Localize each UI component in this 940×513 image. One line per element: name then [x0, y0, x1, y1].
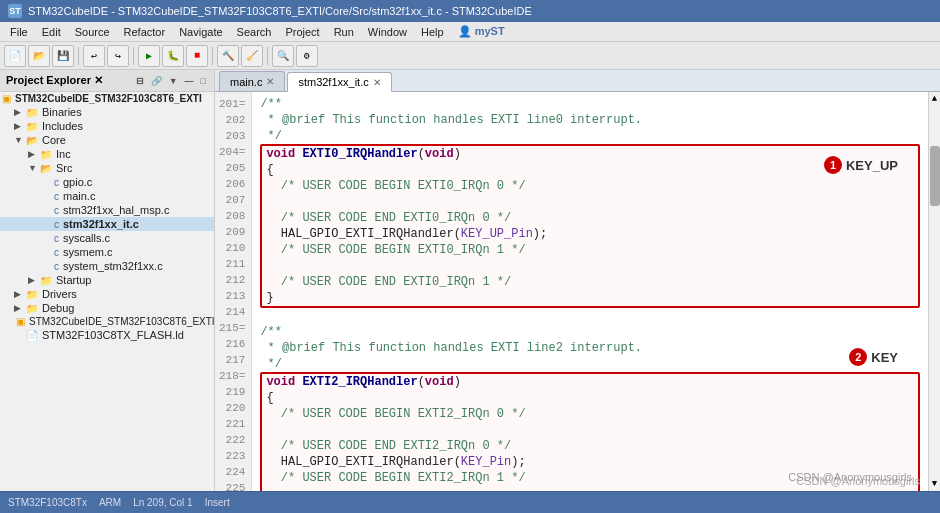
tree-gpio[interactable]: c gpio.c [0, 175, 214, 189]
menu-bar: File Edit Source Refactor Navigate Searc… [0, 22, 940, 42]
menu-help[interactable]: Help [415, 25, 450, 39]
tree-main[interactable]: c main.c [0, 189, 214, 203]
ln-217: 217 [215, 352, 251, 368]
toolbar: 📄 📂 💾 ↩ ↪ ▶ 🐛 ■ 🔨 🧹 🔍 ⚙ [0, 42, 940, 70]
ld-label: STM32F103C8TX_FLASH.ld [42, 329, 184, 341]
ln-208: 208 [215, 208, 251, 224]
sidebar-minimize[interactable]: — [183, 75, 196, 87]
code-line-201: /** [260, 96, 920, 112]
toolbar-undo[interactable]: ↩ [83, 45, 105, 67]
ann2-circle: 2 [849, 348, 867, 366]
project-explorer: Project Explorer ✕ ⊟ 🔗 ▼ — □ ▣ STM32Cube… [0, 70, 215, 491]
includes-arrow: ▶ [14, 121, 24, 131]
tree-root[interactable]: ▣ STM32CubeIDE_STM32F103C8T6_EXTI [0, 92, 214, 105]
menu-project[interactable]: Project [279, 25, 325, 39]
menu-refactor[interactable]: Refactor [118, 25, 172, 39]
project-icon: ▣ [2, 93, 11, 104]
tree-debug[interactable]: ▶ 📁 Debug [0, 301, 214, 315]
toolbar-open[interactable]: 📂 [28, 45, 50, 67]
ld-icon: 📄 [26, 330, 38, 341]
code-content[interactable]: /** * @brief This function handles EXTI … [252, 92, 928, 491]
ln-201: 201= [215, 96, 251, 112]
menu-source[interactable]: Source [69, 25, 116, 39]
tree-sysmem[interactable]: c sysmem.c [0, 245, 214, 259]
sidebar-collapse-all[interactable]: ⊟ [134, 75, 146, 87]
toolbar-sep4 [267, 47, 268, 65]
menu-window[interactable]: Window [362, 25, 413, 39]
sidebar-toolbar: ⊟ 🔗 ▼ — □ [134, 75, 208, 87]
code-line-216: * @brief This function handles EXTI line… [260, 340, 920, 356]
tab-it-c-close[interactable]: ✕ [373, 77, 381, 88]
tab-main-c-close[interactable]: ✕ [266, 76, 274, 87]
code-line-214 [260, 308, 920, 324]
ln-216: 216 [215, 336, 251, 352]
scroll-thumb[interactable] [930, 146, 940, 206]
includes-icon: 📁 [26, 121, 38, 132]
code-line-209: HAL_GPIO_EXTI_IRQHandler(KEY_UP_Pin); [266, 226, 914, 242]
ln-210: 210 [215, 240, 251, 256]
toolbar-stop[interactable]: ■ [186, 45, 208, 67]
toolbar-debug[interactable]: 🐛 [162, 45, 184, 67]
ln-203: 203 [215, 128, 251, 144]
toolbar-run[interactable]: ▶ [138, 45, 160, 67]
toolbar-save[interactable]: 💾 [52, 45, 74, 67]
ln-213: 213 [215, 288, 251, 304]
core-icon: 📂 [26, 135, 38, 146]
ln-219: 219 [215, 384, 251, 400]
scrollbar[interactable]: ▲ ▼ [928, 92, 940, 491]
ln-215: 215= [215, 320, 251, 336]
msp-label: stm32f1xx_hal_msp.c [63, 204, 169, 216]
ln-221: 221 [215, 416, 251, 432]
ln-220: 220 [215, 400, 251, 416]
toolbar-build[interactable]: 🔨 [217, 45, 239, 67]
tree-drivers[interactable]: ▶ 📁 Drivers [0, 287, 214, 301]
toolbar-sep3 [212, 47, 213, 65]
tree-core[interactable]: ▼ 📂 Core [0, 133, 214, 147]
toolbar-redo[interactable]: ↪ [107, 45, 129, 67]
tab-main-c[interactable]: main.c ✕ [219, 71, 285, 91]
editor-area: main.c ✕ stm32f1xx_it.c ✕ 201= 202 203 2… [215, 70, 940, 491]
it-label: stm32f1xx_it.c [63, 218, 139, 230]
menu-run[interactable]: Run [328, 25, 360, 39]
code-line-211 [266, 258, 914, 274]
ln-202: 202 [215, 112, 251, 128]
toolbar-search[interactable]: 🔍 [272, 45, 294, 67]
toolbar-new[interactable]: 📄 [4, 45, 26, 67]
code-line-208: /* USER CODE END EXTI0_IRQn 0 */ [266, 210, 914, 226]
tree-inc[interactable]: ▶ 📁 Inc [0, 147, 214, 161]
sysmem-label: sysmem.c [63, 246, 113, 258]
tree-includes[interactable]: ▶ 📁 Includes [0, 119, 214, 133]
menu-edit[interactable]: Edit [36, 25, 67, 39]
sidebar-maximize[interactable]: □ [199, 75, 208, 87]
toolbar-clean[interactable]: 🧹 [241, 45, 263, 67]
menu-navigate[interactable]: Navigate [173, 25, 228, 39]
menu-myst[interactable]: 👤 myST [452, 24, 511, 39]
syscalls-label: syscalls.c [63, 232, 110, 244]
tree-ld[interactable]: 📄 STM32F103C8TX_FLASH.ld [0, 328, 214, 342]
tree-src[interactable]: ▼ 📂 Src [0, 161, 214, 175]
tree-binaries[interactable]: ▶ 📁 Binaries [0, 105, 214, 119]
menu-search[interactable]: Search [231, 25, 278, 39]
tree-msp[interactable]: c stm32f1xx_hal_msp.c [0, 203, 214, 217]
ln-205: 205 [215, 160, 251, 176]
scroll-up-btn[interactable]: ▲ [930, 92, 939, 106]
tree-ioc[interactable]: ▣ STM32CubeIDE_STM32F103C8T6_EXTI.ioc [0, 315, 214, 328]
code-line-210: /* USER CODE BEGIN EXTI0_IRQn 1 */ [266, 242, 914, 258]
ln-225: 225 [215, 480, 251, 491]
tree-startup[interactable]: ▶ 📁 Startup [0, 273, 214, 287]
code-line-202: * @brief This function handles EXTI line… [260, 112, 920, 128]
scroll-down-btn[interactable]: ▼ [930, 477, 939, 491]
toolbar-settings[interactable]: ⚙ [296, 45, 318, 67]
sidebar-filter[interactable]: ▼ [167, 75, 180, 87]
tree-system[interactable]: c system_stm32f1xx.c [0, 259, 214, 273]
drivers-label: Drivers [42, 288, 77, 300]
msp-icon: c [54, 205, 59, 216]
tab-it-c[interactable]: stm32f1xx_it.c ✕ [287, 72, 391, 92]
menu-file[interactable]: File [4, 25, 34, 39]
sidebar-link-editor[interactable]: 🔗 [149, 75, 164, 87]
code-editor[interactable]: 201= 202 203 204= 205 206 207 208 209 21… [215, 92, 940, 491]
startup-label: Startup [56, 274, 91, 286]
startup-icon: 📁 [40, 275, 52, 286]
tree-syscalls[interactable]: c syscalls.c [0, 231, 214, 245]
tree-it-c[interactable]: c stm32f1xx_it.c [0, 217, 214, 231]
